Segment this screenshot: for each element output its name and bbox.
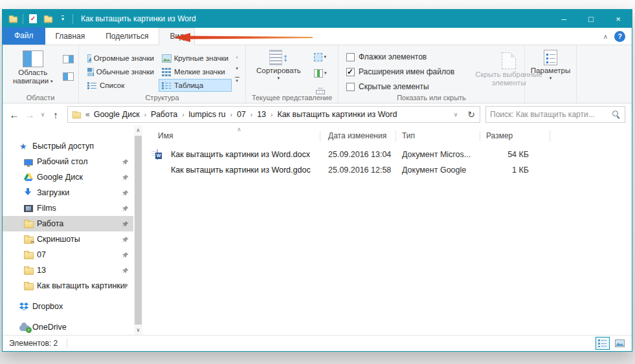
breadcrumb-item[interactable]: 07 bbox=[237, 110, 246, 119]
view-more-button[interactable]: ▾ bbox=[232, 75, 241, 85]
sidebar-item-rabota[interactable]: Работа bbox=[3, 216, 133, 231]
close-button[interactable]: × bbox=[605, 10, 632, 28]
breadcrumb-separator-icon[interactable]: › bbox=[144, 111, 146, 118]
maximize-button[interactable]: □ bbox=[577, 10, 605, 28]
google-drive-icon bbox=[24, 173, 37, 181]
sidebar-item-07[interactable]: 07 bbox=[3, 247, 133, 262]
details-pane-button[interactable] bbox=[61, 70, 76, 83]
group-label-show-hide: Показать или скрыть bbox=[339, 94, 524, 102]
column-divider[interactable] bbox=[480, 131, 480, 142]
pin-icon bbox=[122, 220, 129, 230]
sidebar-item-onedrive[interactable]: OneDrive bbox=[3, 319, 133, 335]
breadcrumb-separator-icon[interactable]: › bbox=[251, 111, 252, 118]
view-details[interactable]: Таблица bbox=[159, 79, 232, 92]
sidebar-item-kak-vytashchit[interactable]: Как вытащить картинки bbox=[3, 278, 133, 294]
sidebar-item-google-drive[interactable]: Google Диск bbox=[3, 169, 133, 185]
checkbox-item-checkboxes[interactable]: Флажки элементов bbox=[346, 50, 454, 63]
add-columns-button[interactable]: ▾ bbox=[313, 67, 328, 80]
scrollbar-thumb[interactable] bbox=[135, 136, 142, 325]
tab-home[interactable]: Главная bbox=[45, 28, 96, 45]
folder-icon bbox=[24, 250, 37, 259]
thumbnail-view-toggle[interactable] bbox=[612, 337, 627, 350]
sidebar-item-quick-access[interactable]: ★ Быстрый доступ bbox=[3, 138, 133, 154]
details-view-toggle[interactable] bbox=[596, 337, 610, 350]
qat-folder-button[interactable] bbox=[8, 13, 18, 25]
search-icon bbox=[612, 110, 621, 119]
sidebar-item-desktop[interactable]: Рабочий стол bbox=[3, 154, 133, 169]
tab-share[interactable]: Поделиться bbox=[95, 28, 159, 45]
file-list-header: ∧ Имя Дата изменения Тип Размер bbox=[146, 129, 625, 144]
group-by-button[interactable]: ▾ bbox=[313, 50, 328, 63]
preview-pane-icon bbox=[63, 55, 74, 63]
title-bar: ▾ Как вытащить картинки из Word – □ × bbox=[3, 10, 632, 28]
word-document-icon bbox=[157, 150, 158, 159]
breadcrumb-item[interactable]: Google Диск bbox=[94, 110, 140, 119]
sidebar-item-downloads[interactable]: Загрузки bbox=[3, 185, 133, 200]
sidebar-item-screenshots[interactable]: Скриншоты bbox=[3, 231, 133, 247]
sidebar-item-films[interactable]: Films bbox=[3, 200, 133, 216]
screenshots-folder-icon bbox=[24, 235, 37, 244]
breadcrumb-item[interactable]: Как вытащить картинки из Word bbox=[277, 110, 397, 119]
refresh-button[interactable]: ↻ bbox=[464, 107, 478, 122]
view-small-icons[interactable]: Мелкие значки bbox=[159, 65, 232, 78]
address-dropdown-button[interactable]: ∨ bbox=[449, 107, 463, 122]
collapse-ribbon-button[interactable]: ∧ bbox=[603, 33, 608, 40]
pin-icon bbox=[122, 283, 129, 292]
column-header-size[interactable]: Размер bbox=[486, 131, 513, 140]
column-header-date[interactable]: Дата изменения bbox=[328, 131, 386, 140]
back-button[interactable]: ← bbox=[8, 107, 21, 122]
tab-file[interactable]: Файл bbox=[3, 27, 45, 45]
help-button[interactable]: ? bbox=[614, 31, 625, 42]
breadcrumb-item[interactable]: 13 bbox=[257, 110, 266, 119]
ribbon-group-show-hide: Флажки элементов Расширения имен файлов … bbox=[339, 45, 525, 103]
checkbox-file-extensions[interactable]: Расширения имен файлов bbox=[346, 65, 454, 78]
ribbon-group-layout: Огромные значки Крупные значки Обычные з… bbox=[79, 45, 246, 103]
tab-view[interactable]: Вид bbox=[159, 28, 195, 45]
qat-new-folder-button[interactable] bbox=[43, 13, 53, 25]
main-area: ★ Быстрый доступ Рабочий стол Google Дис… bbox=[3, 125, 632, 335]
minimize-button[interactable]: – bbox=[550, 10, 577, 28]
column-divider[interactable] bbox=[320, 131, 320, 142]
view-scroll-up-button[interactable]: ▴ bbox=[232, 52, 241, 62]
search-input[interactable] bbox=[490, 110, 612, 119]
column-header-type[interactable]: Тип bbox=[402, 131, 415, 140]
breadcrumb-item[interactable]: lumpics ru bbox=[189, 110, 226, 119]
scrollbar-down-icon[interactable]: ∨ bbox=[134, 325, 142, 335]
column-divider[interactable] bbox=[550, 131, 550, 142]
options-button[interactable]: Параметры ▾ bbox=[528, 48, 573, 103]
forward-button[interactable]: → bbox=[23, 107, 36, 122]
recent-locations-button[interactable]: ∨ bbox=[39, 107, 47, 122]
pin-icon bbox=[122, 236, 129, 245]
breadcrumb-separator-icon[interactable]: › bbox=[182, 111, 184, 118]
preview-pane-button[interactable] bbox=[61, 52, 76, 65]
column-divider[interactable] bbox=[395, 131, 396, 142]
view-extra-large-icons[interactable]: Огромные значки bbox=[84, 52, 157, 65]
qat-properties-button[interactable] bbox=[28, 13, 38, 25]
up-button[interactable]: ↑ bbox=[49, 107, 62, 122]
sidebar-item-13[interactable]: 13 bbox=[3, 262, 133, 278]
breadcrumb-item[interactable]: Работа bbox=[151, 110, 177, 119]
qat-customize-button[interactable]: ▾ bbox=[58, 13, 68, 25]
ribbon: Область навигации ▾ Области Огромные зна… bbox=[3, 45, 632, 103]
sidebar-item-dropbox[interactable]: Dropbox bbox=[3, 299, 133, 314]
view-list-scroll-buttons: ▴ ▾ ▾ bbox=[232, 52, 241, 85]
view-medium-icons[interactable]: Обычные значки bbox=[84, 65, 157, 78]
dropbox-icon bbox=[19, 303, 32, 311]
file-row-docx[interactable]: Как вытащить картинки из Word.docx 25.09… bbox=[146, 147, 625, 163]
breadcrumb[interactable]: « Google Диск › Работа › lumpics ru › 07… bbox=[67, 106, 480, 123]
add-columns-icon bbox=[314, 69, 323, 78]
breadcrumb-separator-icon[interactable]: › bbox=[271, 111, 273, 118]
column-header-name[interactable]: Имя bbox=[158, 131, 173, 140]
status-bar: Элементов: 2 bbox=[3, 335, 632, 351]
view-scroll-down-button[interactable]: ▾ bbox=[232, 63, 241, 74]
large-icons-icon bbox=[162, 54, 172, 63]
file-row-gdoc[interactable]: Как вытащить картинки из Word.gdoc 25.09… bbox=[146, 163, 625, 178]
breadcrumb-separator-icon[interactable]: › bbox=[230, 111, 232, 118]
pin-icon bbox=[122, 189, 129, 198]
breadcrumb-collapsed-icon[interactable]: « bbox=[85, 110, 90, 119]
scrollbar-up-icon[interactable]: ∧ bbox=[134, 125, 142, 135]
checkbox-hidden-items[interactable]: Скрытые элементы bbox=[346, 80, 454, 93]
sidebar-scrollbar[interactable]: ∧ ∨ bbox=[134, 125, 142, 335]
view-large-icons[interactable]: Крупные значки bbox=[159, 52, 232, 65]
view-list[interactable]: Список bbox=[84, 79, 157, 92]
